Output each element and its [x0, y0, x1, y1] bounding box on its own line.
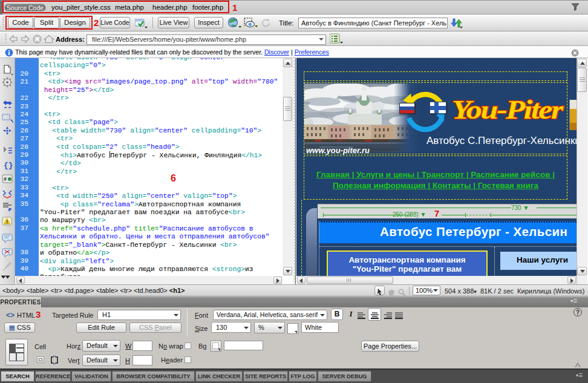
svg-text:{}: {} — [4, 161, 13, 170]
svg-text:#: # — [4, 176, 7, 182]
svg-text:You-Piter: You-Piter — [452, 95, 564, 125]
